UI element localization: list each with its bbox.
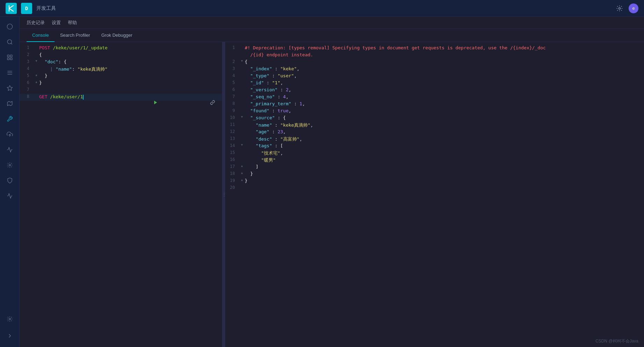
svg-point-13 [9,318,10,320]
svg-rect-5 [7,58,9,60]
right-line-20: 20 [225,185,644,192]
settings-icon[interactable] [615,3,624,13]
right-line-6: 6 "_version" : 2, [225,87,644,94]
tabs: Console Search Profiler Grok Debugger [20,29,644,42]
subnav-help[interactable]: 帮助 [68,20,77,26]
subnav-settings[interactable]: 设置 [52,20,61,26]
left-editor[interactable]: 1 POST /keke/user/1/_update 2 { 3 ▼ [20,42,222,347]
user-avatar[interactable]: e [629,3,638,13]
right-line-14: 14 ▼ "tags" : [ [225,143,644,150]
svg-rect-3 [7,55,9,57]
content-area: 历史记录 设置 帮助 Console Search Profiler Grok … [20,17,644,347]
right-line-7: 7 "_seq_no" : 4, [225,94,644,101]
sidebar-item-uploader[interactable] [3,127,17,141]
svg-point-2 [7,40,12,44]
sidebar-item-apm[interactable] [3,143,17,157]
tab-console[interactable]: Console [27,29,55,42]
right-line-10: 10 ▼ "_source" : { [225,115,644,122]
svg-point-0 [619,7,621,9]
right-line-17: 17 ▲ ] [225,164,644,171]
sidebar-item-canvas[interactable] [3,81,17,95]
svg-point-1 [7,24,12,29]
right-line-4: 4 "_type" : "user", [225,73,644,80]
right-line-2: 2 ▼ { [225,59,644,66]
sidebar-item-monitoring[interactable] [3,189,17,203]
svg-marker-14 [154,101,157,105]
sidebar-item-visualize[interactable] [3,50,17,64]
editor-line-1: 1 POST /keke/user/1/_update [20,45,222,52]
editor-line-5: 5 ▲ } [20,73,222,80]
main-layout: 历史记录 设置 帮助 Console Search Profiler Grok … [0,17,644,347]
sidebar [0,17,20,347]
right-line-9: 9 "found" : true, [225,108,644,115]
svg-point-12 [9,164,10,166]
sidebar-item-security[interactable] [3,174,17,187]
svg-rect-6 [10,58,12,60]
editor-line-6: 6 ▲ } [20,80,222,87]
pane-divider[interactable]: ⋮ [222,42,225,347]
sidebar-item-dashboard[interactable] [3,66,17,80]
left-pane: 1 POST /keke/user/1/_update 2 { 3 ▼ [20,42,222,347]
topbar: D 开发工具 e [0,0,644,17]
right-line-18: 18 ▲ } [225,171,644,178]
tab-grok-debugger[interactable]: Grok Debugger [96,29,138,42]
right-line-8: 8 "_primary_term" : 1, [225,101,644,108]
svg-marker-10 [7,86,12,91]
right-editor: 1 #! Deprecation: [types removal] Specif… [225,42,644,347]
watermark: CSDN @柯柯不会Java [595,338,638,344]
right-line-19: 19 ▲ } [225,178,644,185]
sidebar-item-ml[interactable] [3,158,17,172]
sidebar-item-discover[interactable] [3,35,17,49]
right-line-13: 13 "desc" : "高富帅", [225,136,644,143]
right-line-1: 1 #! Deprecation: [types removal] Specif… [225,45,644,52]
sidebar-item-maps[interactable] [3,97,17,111]
user-badge: D [21,3,32,14]
link-button[interactable] [162,94,216,112]
right-line-5: 5 "_id" : "1", [225,80,644,87]
editor-area: 1 POST /keke/user/1/_update 2 { 3 ▼ [20,42,644,347]
editor-line-8: 8 GET /keke/user/1 [20,94,222,101]
editor-line-2: 2 { [20,52,222,59]
tab-search-profiler[interactable]: Search Profiler [55,29,96,42]
kibana-logo [6,3,17,14]
sidebar-item-settings[interactable] [3,312,17,326]
right-line-15: 15 "技术宅", [225,150,644,157]
subnav-history[interactable]: 历史记录 [27,20,45,26]
svg-rect-4 [10,55,12,57]
editor-line-7: 7 [20,87,222,94]
right-line-11: 11 "name" : "keke真滴帅", [225,122,644,129]
right-line-3: 3 "_index" : "keke", [225,66,644,73]
right-line-16: 16 "暖男" [225,157,644,164]
sidebar-item-devtools[interactable] [3,112,17,126]
run-button[interactable] [105,94,159,112]
sidebar-item-expand[interactable] [3,329,17,343]
right-line-12: 12 "age" : 23, [225,129,644,136]
editor-line-3: 3 ▼ "doc": { [20,59,222,66]
right-line-1b: 0 /{id} endpoint instead. [225,52,644,59]
topbar-title: 开发工具 [36,5,56,12]
editor-line-4: 4 | "name": "keke真滴帅" [20,66,222,73]
sidebar-item-home[interactable] [3,20,17,34]
subnav: 历史记录 设置 帮助 [20,17,644,29]
user-badge-label: D [25,6,28,11]
right-pane: 1 #! Deprecation: [types removal] Specif… [225,42,644,347]
